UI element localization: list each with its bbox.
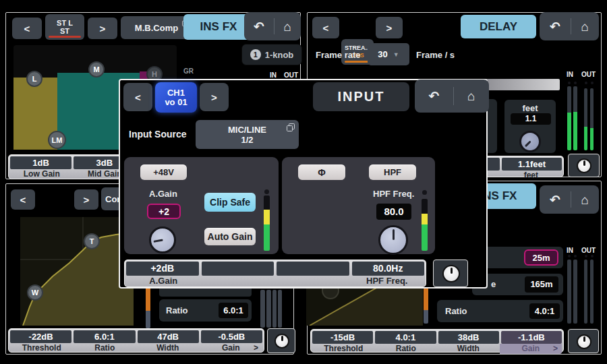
- br-ratio-value[interactable]: 4.0:1: [529, 303, 560, 319]
- bl-ratio-label: Ratio: [166, 305, 188, 315]
- phase-button[interactable]: Φ: [298, 164, 345, 180]
- tl-tab-ins-fx[interactable]: INS FX: [183, 14, 254, 40]
- hpf-freq-value[interactable]: 80.0: [376, 204, 411, 220]
- tr-out-meter-2: [590, 88, 594, 150]
- bl-marker-threshold[interactable]: T: [84, 233, 100, 249]
- tr-next-channel-button[interactable]: >: [376, 17, 403, 38]
- br-time-long-value[interactable]: 165m: [525, 276, 558, 293]
- br-time-short-value[interactable]: 25m: [524, 249, 558, 266]
- feet-value[interactable]: 1.1: [511, 113, 551, 125]
- mixer-screen: < ST L ST > M.B.Comp INS FX ↶ ⌂ L M H LM…: [0, 0, 607, 364]
- hpf-freq-knob[interactable]: [378, 225, 408, 255]
- bl-meter-1: [260, 290, 265, 328]
- again-value[interactable]: +2: [147, 204, 181, 219]
- undo-icon[interactable]: ↶: [550, 20, 560, 33]
- dlg-label-2: [201, 276, 276, 286]
- dlg-channel-line2: vo 01: [165, 98, 187, 107]
- again-peak-led: [264, 189, 269, 194]
- dlg-prev-channel-button[interactable]: <: [123, 83, 152, 111]
- dlg-cell-3[interactable]: [277, 262, 349, 276]
- tl-out-label: OUT: [284, 71, 298, 79]
- tl-prev-channel-button[interactable]: <: [12, 18, 42, 39]
- one-knob-badge-icon: 1: [250, 49, 261, 60]
- br-cell-threshold[interactable]: -15dB: [312, 331, 373, 344]
- input-source-button[interactable]: MIC/LINE 1/2: [196, 120, 299, 149]
- br-in-meter-1: [567, 260, 571, 324]
- bl-prev-channel-button[interactable]: <: [11, 189, 35, 210]
- dlg-touch-knob[interactable]: [442, 265, 460, 282]
- bl-cell-ratio[interactable]: 6.0:1: [74, 330, 135, 343]
- frame-rate-dropdown[interactable]: 30 ▼: [368, 43, 409, 65]
- bl-label-threshold: Threshold: [10, 343, 74, 353]
- bl-more-arrow-icon[interactable]: >: [254, 343, 258, 353]
- tl-channel-color-underline: [49, 36, 81, 38]
- bl-ratio-value[interactable]: 6.0:1: [219, 303, 248, 318]
- bl-cell-gain[interactable]: -0.5dB: [201, 330, 262, 343]
- tl-one-knob-button[interactable]: 1 1-knob: [241, 44, 302, 65]
- tl-next-channel-button[interactable]: >: [88, 18, 117, 39]
- dlg-channel-select-button[interactable]: CH1 vo 01: [155, 82, 197, 113]
- home-icon[interactable]: ⌂: [467, 90, 475, 102]
- br-ratio-label: Ratio: [445, 306, 467, 316]
- tl-channel-select-button[interactable]: ST L ST: [45, 14, 84, 40]
- tr-label-feet: feet: [500, 171, 562, 181]
- br-value-bar: -15dB 4.0:1 38dB -1.1dB Threshold Ratio …: [310, 329, 564, 353]
- br-release-label-partial: e: [491, 279, 496, 289]
- copy-icon: [287, 123, 295, 131]
- bl-meter-4: [278, 290, 282, 328]
- feet-label: feet: [504, 103, 556, 113]
- frame-rate-value: 30: [378, 49, 387, 59]
- bl-touch-knob[interactable]: [274, 334, 289, 348]
- tl-label-low-gain: Low Gain: [10, 169, 74, 179]
- undo-icon[interactable]: ↶: [254, 20, 264, 33]
- br-label-threshold: Threshold: [312, 344, 375, 354]
- bl-cell-width[interactable]: 47dB: [138, 330, 199, 343]
- tl-gr-label: GR: [183, 67, 194, 75]
- again-knob[interactable]: [149, 226, 176, 253]
- tl-cell-low-gain[interactable]: 1dB: [10, 156, 71, 169]
- br-more-arrow-icon[interactable]: >: [553, 344, 558, 354]
- clip-safe-button[interactable]: Clip Safe: [204, 193, 256, 212]
- br-in-label: IN: [567, 247, 573, 254]
- dlg-next-channel-button[interactable]: >: [200, 83, 229, 111]
- br-cell-ratio[interactable]: 4.0:1: [375, 331, 436, 344]
- dlg-undo-home-bar: ↶ ⌂: [415, 80, 489, 113]
- home-icon[interactable]: ⌂: [581, 20, 589, 33]
- br-cell-gain[interactable]: -1.1dB: [501, 331, 562, 344]
- bl-cell-threshold[interactable]: -22dB: [10, 330, 71, 343]
- tr-cell-feet[interactable]: 1.1feet: [502, 158, 562, 171]
- br-touch-knob[interactable]: [577, 334, 591, 349]
- hpf-level-meter: [422, 199, 428, 251]
- dlg-cell-2[interactable]: [202, 262, 274, 276]
- bl-meter-2: [266, 290, 271, 328]
- undo-icon[interactable]: ↶: [428, 90, 439, 102]
- tl-marker-mid[interactable]: M: [88, 61, 105, 78]
- bl-label-gain: Gain>: [200, 343, 263, 353]
- tr-touch-knob[interactable]: [577, 158, 591, 173]
- tl-preset-button[interactable]: M.B.Comp: [121, 16, 192, 39]
- tl-marker-lowmid[interactable]: LM: [48, 131, 66, 149]
- hpf-button[interactable]: HPF: [369, 164, 416, 180]
- again-label: A.Gain: [149, 189, 177, 199]
- home-icon[interactable]: ⌂: [284, 20, 291, 33]
- br-cell-width[interactable]: 38dB: [438, 331, 499, 344]
- br-in-meter-2: [573, 260, 577, 324]
- phantom-48v-button[interactable]: +48V: [140, 164, 187, 180]
- tr-tab-delay[interactable]: DELAY: [461, 15, 536, 38]
- auto-gain-button[interactable]: Auto Gain: [204, 228, 256, 245]
- dlg-cell-again[interactable]: +2dB: [126, 262, 199, 276]
- bl-next-channel-button[interactable]: >: [74, 189, 98, 210]
- tl-marker-low[interactable]: L: [26, 71, 42, 87]
- br-label-width: Width: [437, 344, 500, 354]
- dlg-value-bar: +2dB 80.0Hz A.Gain HPF Freq.: [124, 260, 426, 287]
- bl-marker-width[interactable]: W: [27, 284, 43, 301]
- home-icon[interactable]: ⌂: [581, 193, 589, 206]
- dlg-cell-hpf[interactable]: 80.0Hz: [352, 262, 425, 276]
- tr-touch-knob-box: [568, 154, 600, 177]
- feet-knob[interactable]: [519, 131, 541, 152]
- tr-prev-channel-button[interactable]: <: [312, 17, 339, 38]
- undo-icon[interactable]: ↶: [550, 193, 560, 206]
- tr-in-meter-2: [573, 86, 577, 150]
- tr-undo-home-bar: ↶ ⌂: [540, 12, 599, 40]
- tr-out2-peak-led: [591, 82, 594, 84]
